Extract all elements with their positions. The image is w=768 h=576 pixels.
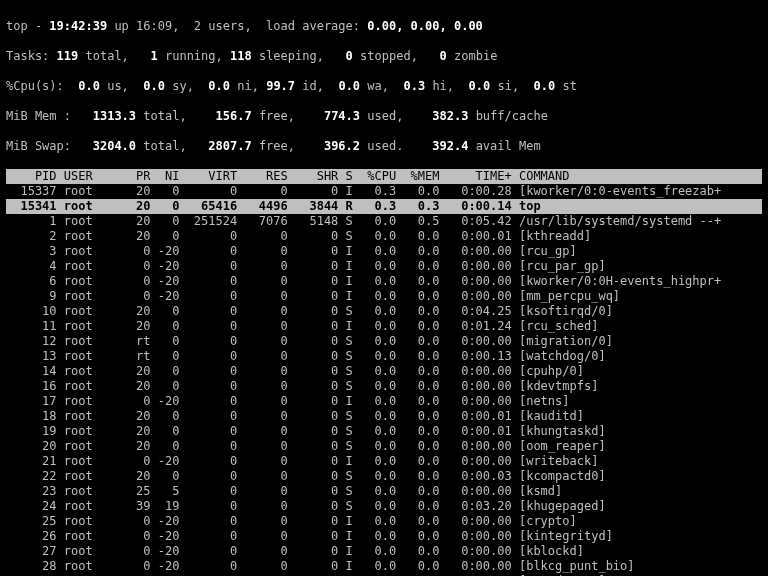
top-summary-line-1: top - 19:42:39 up 16:09, 2 users, load a… [6,4,762,34]
process-row: 15341 root 20 0 65416 4496 3844 R 0.3 0.… [6,199,762,214]
top-summary-line-mem: MiB Mem : 1313.3 total, 156.7 free, 774.… [6,94,762,124]
process-row: 28 root 0 -20 0 0 0 I 0.0 0.0 0:00.00 [b… [6,559,762,574]
process-row: 22 root 20 0 0 0 0 S 0.0 0.0 0:00.03 [kc… [6,469,762,484]
process-row: 16 root 20 0 0 0 0 S 0.0 0.0 0:00.00 [kd… [6,379,762,394]
process-row: 23 root 25 5 0 0 0 S 0.0 0.0 0:00.00 [ks… [6,484,762,499]
process-row: 11 root 20 0 0 0 0 I 0.0 0.0 0:01.24 [rc… [6,319,762,334]
process-row: 20 root 20 0 0 0 0 S 0.0 0.0 0:00.00 [oo… [6,439,762,454]
process-row: 17 root 0 -20 0 0 0 I 0.0 0.0 0:00.00 [n… [6,394,762,409]
process-row: 12 root rt 0 0 0 0 S 0.0 0.0 0:00.00 [mi… [6,334,762,349]
top-summary-line-cpu: %Cpu(s): 0.0 us, 0.0 sy, 0.0 ni, 99.7 id… [6,64,762,94]
top-summary-line-tasks: Tasks: 119 total, 1 running, 118 sleepin… [6,34,762,64]
process-table-body: 15337 root 20 0 0 0 0 I 0.3 0.0 0:00.28 … [6,184,762,576]
top-summary-line-swap: MiB Swap: 3204.0 total, 2807.7 free, 396… [6,124,762,154]
blank-line [6,154,762,169]
process-row: 18 root 20 0 0 0 0 S 0.0 0.0 0:00.01 [ka… [6,409,762,424]
process-row: 3 root 0 -20 0 0 0 I 0.0 0.0 0:00.00 [rc… [6,244,762,259]
process-row: 6 root 0 -20 0 0 0 I 0.0 0.0 0:00.00 [kw… [6,274,762,289]
process-row: 14 root 20 0 0 0 0 S 0.0 0.0 0:00.00 [cp… [6,364,762,379]
process-row: 4 root 0 -20 0 0 0 I 0.0 0.0 0:00.00 [rc… [6,259,762,274]
process-table-header: PID USER PR NI VIRT RES SHR S %CPU %MEM … [6,169,762,184]
process-row: 27 root 0 -20 0 0 0 I 0.0 0.0 0:00.00 [k… [6,544,762,559]
process-row: 15337 root 20 0 0 0 0 I 0.3 0.0 0:00.28 … [6,184,762,199]
process-row: 13 root rt 0 0 0 0 S 0.0 0.0 0:00.13 [wa… [6,349,762,364]
process-row: 2 root 20 0 0 0 0 S 0.0 0.0 0:00.01 [kth… [6,229,762,244]
process-row: 21 root 0 -20 0 0 0 I 0.0 0.0 0:00.00 [w… [6,454,762,469]
process-row: 9 root 0 -20 0 0 0 I 0.0 0.0 0:00.00 [mm… [6,289,762,304]
process-row: 10 root 20 0 0 0 0 S 0.0 0.0 0:04.25 [ks… [6,304,762,319]
process-row: 25 root 0 -20 0 0 0 I 0.0 0.0 0:00.00 [c… [6,514,762,529]
process-row: 26 root 0 -20 0 0 0 I 0.0 0.0 0:00.00 [k… [6,529,762,544]
process-row: 1 root 20 0 251524 7076 5148 S 0.0 0.5 0… [6,214,762,229]
process-row: 19 root 20 0 0 0 0 S 0.0 0.0 0:00.01 [kh… [6,424,762,439]
process-row: 24 root 39 19 0 0 0 S 0.0 0.0 0:03.20 [k… [6,499,762,514]
